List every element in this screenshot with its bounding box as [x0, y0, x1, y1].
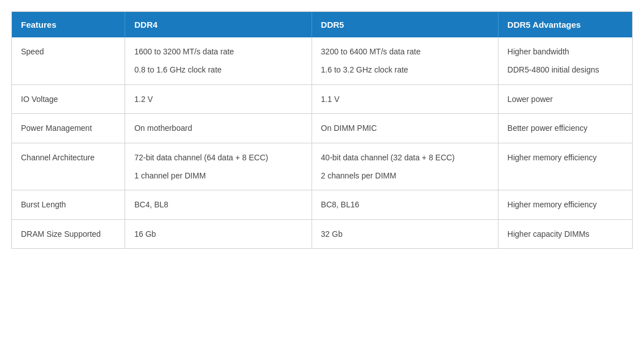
cell-ddr4-3: 72-bit data channel (64 data + 8 ECC)1 c…: [125, 143, 312, 190]
cell-advantage-3: Higher memory efficiency: [498, 143, 632, 190]
cell-advantage-1: Lower power: [498, 84, 632, 113]
cell-feature-2: Power Management: [12, 114, 125, 143]
cell-feature-4: Burst Length: [12, 190, 125, 219]
cell-ddr4-2: On motherboard: [125, 114, 312, 143]
cell-feature-3: Channel Architecture: [12, 143, 125, 190]
header-features: Features: [12, 12, 125, 37]
table-header-row: Features DDR4 DDR5 DDR5 Advantages: [12, 12, 632, 37]
table-row: Burst LengthBC4, BL8BC8, BL16Higher memo…: [12, 190, 632, 219]
header-ddr4: DDR4: [125, 12, 312, 37]
cell-feature-0: Speed: [12, 37, 125, 84]
comparison-table: Features DDR4 DDR5 DDR5 Advantages Speed…: [12, 12, 632, 248]
table-row: IO Voltage1.2 V1.1 VLower power: [12, 84, 632, 113]
cell-ddr4-5: 16 Gb: [125, 219, 312, 248]
header-advantages: DDR5 Advantages: [498, 12, 632, 37]
cell-ddr5-0: 3200 to 6400 MT/s data rate1.6 to 3.2 GH…: [312, 37, 498, 84]
cell-feature-1: IO Voltage: [12, 84, 125, 113]
cell-feature-5: DRAM Size Supported: [12, 219, 125, 248]
cell-ddr5-1: 1.1 V: [312, 84, 498, 113]
comparison-table-wrapper: Features DDR4 DDR5 DDR5 Advantages Speed…: [11, 11, 633, 249]
cell-ddr4-4: BC4, BL8: [125, 190, 312, 219]
cell-advantage-4: Higher memory efficiency: [498, 190, 632, 219]
cell-advantage-2: Better power efficiency: [498, 114, 632, 143]
cell-ddr5-4: BC8, BL16: [312, 190, 498, 219]
table-row: Power ManagementOn motherboardOn DIMM PM…: [12, 114, 632, 143]
table-row: DRAM Size Supported16 Gb32 GbHigher capa…: [12, 219, 632, 248]
table-row: Speed1600 to 3200 MT/s data rate0.8 to 1…: [12, 37, 632, 84]
cell-ddr5-5: 32 Gb: [312, 219, 498, 248]
cell-advantage-0: Higher bandwidthDDR5-4800 initial design…: [498, 37, 632, 84]
cell-ddr5-3: 40-bit data channel (32 data + 8 ECC)2 c…: [312, 143, 498, 190]
cell-advantage-5: Higher capacity DIMMs: [498, 219, 632, 248]
cell-ddr5-2: On DIMM PMIC: [312, 114, 498, 143]
header-ddr5: DDR5: [312, 12, 498, 37]
cell-ddr4-1: 1.2 V: [125, 84, 312, 113]
cell-ddr4-0: 1600 to 3200 MT/s data rate0.8 to 1.6 GH…: [125, 37, 312, 84]
table-row: Channel Architecture72-bit data channel …: [12, 143, 632, 190]
